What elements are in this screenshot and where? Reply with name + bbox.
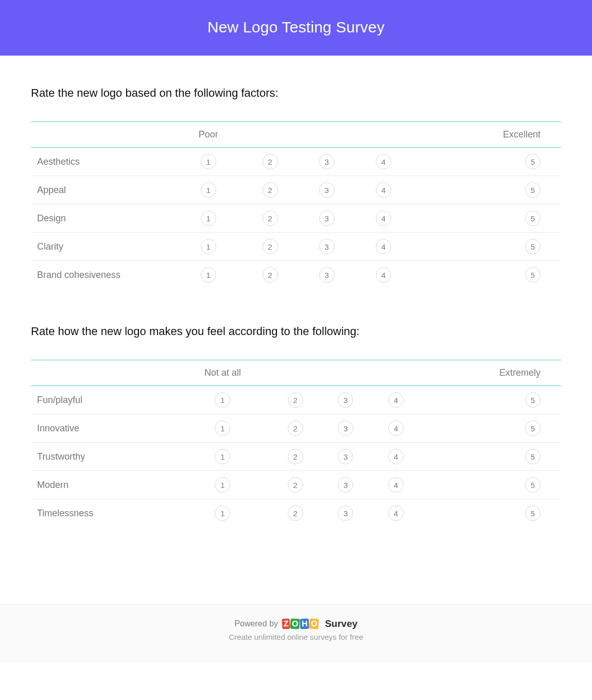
footer-powered-by[interactable]: Powered by ZOHO Survey [0, 618, 592, 629]
scale-spacer [321, 360, 371, 386]
rating-option[interactable]: 5 [525, 182, 541, 198]
scale-spacer [299, 122, 355, 148]
rating-option[interactable]: 4 [388, 421, 404, 436]
rating-option[interactable]: 5 [525, 505, 541, 521]
rating-option[interactable]: 1 [201, 182, 216, 198]
rating-option[interactable]: 3 [319, 154, 335, 169]
rating-option[interactable]: 4 [388, 477, 404, 493]
rating-option[interactable]: 3 [338, 449, 353, 464]
rating-matrix-2: Not at all Extremely Fun/playful 1 2 3 4… [31, 360, 561, 527]
rating-option[interactable]: 4 [376, 267, 391, 283]
rating-option[interactable]: 1 [201, 154, 216, 169]
rating-option[interactable]: 2 [263, 154, 278, 169]
rating-option[interactable]: 3 [338, 477, 353, 493]
rating-option[interactable]: 5 [525, 449, 541, 464]
scale-spacer [241, 122, 298, 148]
rating-option[interactable]: 1 [215, 392, 230, 408]
question-prompt: Rate the new logo based on the following… [31, 86, 561, 100]
rating-option[interactable]: 4 [376, 211, 391, 226]
rating-option[interactable]: 5 [525, 267, 541, 283]
rating-option[interactable]: 1 [215, 449, 230, 464]
survey-header: New Logo Testing Survey [0, 0, 592, 56]
rating-option[interactable]: 3 [319, 211, 335, 226]
row-label: Trustworthy [31, 443, 175, 471]
rating-option[interactable]: 1 [201, 211, 216, 226]
matrix-row: Timelessness 1 2 3 4 5 [31, 499, 561, 528]
matrix-corner [31, 122, 175, 148]
rating-option[interactable]: 2 [263, 267, 278, 283]
rating-option[interactable]: 3 [319, 182, 335, 198]
rating-option[interactable]: 2 [263, 182, 278, 198]
rating-option[interactable]: 2 [288, 449, 303, 464]
matrix-row: Aesthetics 1 2 3 4 5 [31, 148, 561, 176]
matrix-row: Design 1 2 3 4 5 [31, 204, 561, 233]
row-label: Brand cohesiveness [31, 261, 175, 289]
rating-option[interactable]: 4 [376, 154, 391, 169]
row-label: Timelessness [31, 499, 175, 528]
rating-option[interactable]: 3 [319, 239, 335, 254]
rating-matrix-1: Poor Excellent Aesthetics 1 2 3 4 5 A [31, 121, 561, 289]
question-block-2: Rate how the new logo makes you feel acc… [31, 325, 561, 527]
row-label: Appeal [31, 176, 175, 204]
matrix-row: Fun/playful 1 2 3 4 5 [31, 386, 561, 414]
rating-option[interactable]: 1 [201, 239, 216, 254]
rating-option[interactable]: 5 [525, 421, 541, 436]
rating-option[interactable]: 2 [288, 421, 303, 436]
rating-option[interactable]: 3 [319, 267, 335, 283]
rating-option[interactable]: 3 [338, 505, 353, 521]
zoho-logo-icon: ZOHO [282, 619, 319, 629]
survey-footer: Powered by ZOHO Survey Create unlimited … [0, 604, 592, 662]
matrix-row: Brand cohesiveness 1 2 3 4 5 [31, 261, 561, 289]
matrix-row: Modern 1 2 3 4 5 [31, 471, 561, 499]
powered-by-text: Powered by [234, 619, 278, 628]
survey-title: New Logo Testing Survey [0, 19, 592, 36]
row-label: Innovative [31, 414, 175, 443]
rating-option[interactable]: 3 [338, 421, 353, 436]
rating-option[interactable]: 5 [525, 392, 541, 408]
rating-option[interactable]: 4 [376, 182, 391, 198]
brand-word: Survey [325, 618, 357, 629]
rating-option[interactable]: 5 [525, 239, 541, 254]
row-label: Modern [31, 471, 175, 499]
scale-label-low: Poor [175, 122, 241, 148]
rating-option[interactable]: 5 [525, 211, 541, 226]
rating-option[interactable]: 5 [525, 477, 541, 493]
scale-spacer [371, 360, 421, 386]
rating-option[interactable]: 1 [215, 477, 230, 493]
survey-content: Rate the new logo based on the following… [0, 56, 592, 604]
matrix-row: Appeal 1 2 3 4 5 [31, 176, 561, 204]
matrix-row: Innovative 1 2 3 4 5 [31, 414, 561, 443]
scale-label-high: Excellent [412, 122, 561, 148]
rating-option[interactable]: 5 [525, 154, 541, 169]
rating-option[interactable]: 1 [215, 505, 230, 521]
rating-option[interactable]: 1 [201, 267, 216, 283]
scale-label-high: Extremely [421, 360, 561, 386]
rating-option[interactable]: 4 [376, 239, 391, 254]
scale-label-low: Not at all [175, 360, 270, 386]
rating-option[interactable]: 2 [288, 505, 303, 521]
rating-option[interactable]: 4 [388, 392, 404, 408]
rating-option[interactable]: 4 [388, 449, 404, 464]
rating-option[interactable]: 2 [263, 239, 278, 254]
scale-spacer [355, 122, 412, 148]
row-label: Clarity [31, 233, 175, 261]
question-block-1: Rate the new logo based on the following… [31, 86, 561, 289]
rating-option[interactable]: 2 [288, 477, 303, 493]
rating-option[interactable]: 2 [263, 211, 278, 226]
rating-option[interactable]: 1 [215, 421, 230, 436]
rating-option[interactable]: 4 [388, 505, 404, 521]
matrix-corner [31, 360, 175, 386]
question-prompt: Rate how the new logo makes you feel acc… [31, 325, 561, 338]
row-label: Aesthetics [31, 148, 175, 176]
matrix-row: Trustworthy 1 2 3 4 5 [31, 443, 561, 471]
row-label: Design [31, 204, 175, 233]
footer-tagline: Create unlimited online surveys for free [0, 633, 592, 641]
rating-option[interactable]: 3 [338, 392, 353, 408]
scale-spacer [270, 360, 321, 386]
matrix-row: Clarity 1 2 3 4 5 [31, 233, 561, 261]
rating-option[interactable]: 2 [288, 392, 303, 408]
row-label: Fun/playful [31, 386, 175, 414]
